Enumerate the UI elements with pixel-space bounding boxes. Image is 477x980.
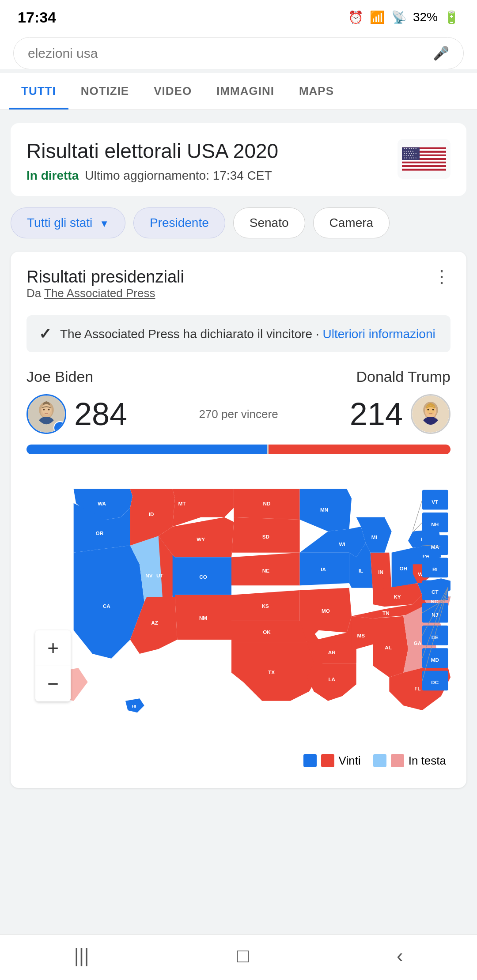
state-nj — [422, 603, 448, 623]
filter-senato-label: Senato — [250, 216, 289, 230]
zoom-in-button[interactable]: + — [35, 630, 71, 666]
state-nd — [234, 489, 299, 520]
svg-rect-8 — [402, 162, 446, 163]
card-header: Risultati presidenziali Da The Associate… — [26, 268, 450, 312]
bottom-nav: ||| □ ‹ — [0, 935, 477, 980]
status-bar: 17:34 ⏰ 📶 📡 32% 🔋 — [0, 0, 477, 31]
winner-notice: ✓ The Associated Press ha dichiarato il … — [26, 315, 450, 352]
status-icons: ⏰ 📶 📡 32% 🔋 — [348, 10, 459, 25]
mic-icon[interactable]: 🎤 — [433, 45, 449, 61]
state-md — [422, 648, 448, 668]
legend-leading-blue — [373, 754, 386, 767]
state-ne — [231, 553, 300, 595]
source-name: The Associated Press — [44, 286, 155, 300]
state-ok — [231, 621, 309, 642]
trump-side: 214 — [309, 394, 450, 434]
nav-menu-button[interactable]: ||| — [74, 945, 89, 967]
svg-text:★ ★ ★ ★ ★ ★: ★ ★ ★ ★ ★ ★ — [404, 157, 417, 159]
biden-verified-badge: ✓ — [53, 421, 66, 434]
state-ma — [422, 535, 448, 555]
nav-back-button[interactable]: ‹ — [397, 945, 403, 967]
tab-tutti[interactable]: TUTTI — [9, 73, 68, 109]
state-vt — [422, 490, 448, 510]
progress-trump — [269, 445, 450, 454]
notice-main-text: The Associated Press ha dichiarato il vi… — [60, 327, 323, 341]
svg-text:★ ★ ★ ★ ★: ★ ★ ★ ★ ★ — [403, 150, 414, 152]
progress-bar — [26, 445, 450, 454]
signal-icon: 📡 — [391, 10, 407, 25]
usa-map[interactable]: WA OR CA NV ID MT — [26, 470, 450, 743]
filter-camera[interactable]: Camera — [313, 207, 390, 238]
nav-home-button[interactable]: □ — [237, 945, 249, 967]
election-status: In diretta Ultimo aggiornamento: 17:34 C… — [26, 169, 278, 183]
tab-maps[interactable]: MAPS — [287, 73, 346, 109]
biden-avatar: ✓ — [26, 394, 66, 434]
us-flag: ★ ★ ★ ★ ★ ★ ★ ★ ★ ★ ★ ★ ★ ★ ★ ★ ★ ★ ★ ★ … — [402, 144, 446, 173]
more-options-button[interactable]: ⋮ — [433, 268, 450, 285]
svg-text:★ ★ ★ ★ ★ ★: ★ ★ ★ ★ ★ ★ — [404, 147, 417, 150]
zoom-controls: + − — [35, 630, 71, 701]
trump-avatar-inner — [412, 396, 449, 433]
legend-leading-label: In testa — [409, 754, 446, 768]
results-card: Risultati presidenziali Da The Associate… — [11, 252, 466, 788]
biden-side: ✓ 284 — [26, 394, 168, 434]
trump-avatar — [411, 394, 450, 434]
legend-won: Vinti — [303, 754, 361, 768]
state-ms — [352, 616, 373, 663]
map-svg-wrapper: WA OR CA NV ID MT — [26, 470, 450, 747]
filter-senato[interactable]: Senato — [233, 207, 305, 238]
filter-presidente[interactable]: Presidente — [133, 207, 225, 238]
tab-video[interactable]: VIDEO — [141, 73, 204, 109]
zoom-out-button[interactable]: − — [35, 666, 71, 701]
legend-won-blue — [303, 754, 317, 767]
card-source: Da The Associated Press — [26, 286, 184, 300]
card-header-left: Risultati presidenziali Da The Associate… — [26, 268, 184, 312]
state-la — [307, 663, 356, 701]
tab-notizie[interactable]: NOTIZIE — [68, 73, 142, 109]
state-in — [371, 553, 392, 590]
status-time: 17:34 — [18, 9, 56, 26]
votes-needed-label: 270 per vincere — [168, 407, 309, 421]
biden-votes: 284 — [74, 396, 127, 432]
search-tabs: TUTTI NOTIZIE VIDEO IMMAGINI MAPS — [0, 73, 477, 110]
svg-rect-9 — [402, 163, 446, 165]
state-nh — [422, 513, 448, 532]
election-header-card: Risultati elettorali USA 2020 In diretta… — [11, 123, 466, 196]
svg-text:★ ★ ★ ★ ★ ★: ★ ★ ★ ★ ★ ★ — [404, 152, 417, 155]
wifi-icon: 📶 — [370, 10, 385, 25]
state-ia — [300, 553, 349, 586]
filter-all-states-label: Tutti gli stati — [27, 216, 92, 230]
legend-leading-red — [391, 754, 404, 767]
legend-leading: In testa — [373, 754, 446, 768]
live-badge: In diretta — [26, 169, 79, 183]
svg-point-23 — [43, 409, 45, 411]
state-dc — [422, 671, 448, 691]
biden-name: Joe Biden — [26, 368, 93, 385]
chevron-down-icon: ▼ — [99, 218, 109, 230]
flag-container: ★ ★ ★ ★ ★ ★ ★ ★ ★ ★ ★ ★ ★ ★ ★ ★ ★ ★ ★ ★ … — [398, 139, 450, 179]
svg-rect-7 — [402, 160, 446, 162]
filter-presidente-label: Presidente — [150, 216, 209, 230]
vote-row: ✓ 284 270 per vincere 214 — [26, 394, 450, 434]
trump-name: Donald Trump — [356, 368, 450, 385]
legend-won-label: Vinti — [339, 754, 361, 768]
search-bar[interactable]: elezioni usa 🎤 — [13, 37, 464, 69]
map-legend: Vinti In testa — [26, 747, 450, 772]
election-title: Risultati elettorali USA 2020 — [26, 139, 278, 163]
map-container: WA OR CA NV ID MT — [26, 470, 450, 772]
svg-point-30 — [432, 409, 434, 411]
update-time: Ultimo aggiornamento: 17:34 CET — [85, 169, 272, 183]
tab-immagini[interactable]: IMMAGINI — [204, 73, 287, 109]
filter-camera-label: Camera — [329, 216, 374, 230]
svg-rect-10 — [402, 165, 446, 167]
battery-icon: 🔋 — [444, 10, 459, 25]
notice-link[interactable]: Ulteriori informazioni — [323, 327, 435, 341]
svg-text:★ ★ ★ ★ ★: ★ ★ ★ ★ ★ — [403, 155, 414, 157]
filter-all-states[interactable]: Tutti gli stati ▼ — [11, 207, 125, 238]
main-content: Risultati elettorali USA 2020 In diretta… — [0, 110, 477, 797]
search-query: elezioni usa — [28, 46, 98, 61]
state-co — [173, 555, 231, 597]
svg-rect-11 — [402, 167, 446, 169]
progress-biden — [26, 445, 267, 454]
election-header-left: Risultati elettorali USA 2020 In diretta… — [26, 139, 278, 183]
